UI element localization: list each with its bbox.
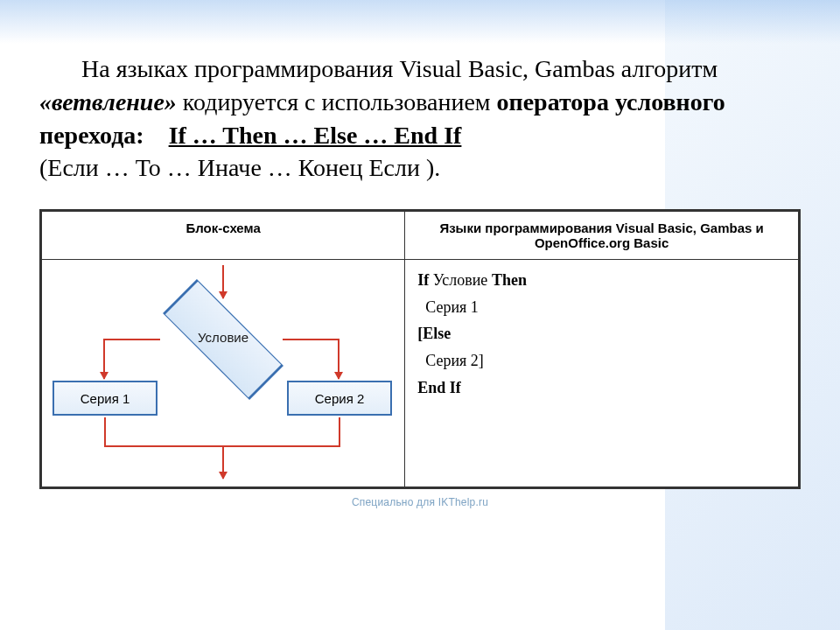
code-condition: Условие bbox=[429, 271, 492, 289]
flowchart-diagram: Условие Серия 1 Серия 2 bbox=[42, 260, 404, 486]
process-box-right: Серия 2 bbox=[287, 381, 392, 416]
table-header-languages: Языки программирования Visual Basic, Gam… bbox=[405, 212, 799, 260]
term-branching: «ветвление» bbox=[39, 88, 177, 116]
line-left-down bbox=[104, 417, 106, 445]
arrow-to-right-box bbox=[338, 339, 340, 379]
code-line-3: [Else bbox=[417, 320, 786, 347]
text-lead: На языках программирования Visual Basic,… bbox=[81, 55, 718, 82]
code-line-4: Серия 2] bbox=[417, 347, 786, 374]
decision-diamond: Условие bbox=[158, 309, 289, 370]
text-after-term: кодируется с использованием bbox=[177, 88, 497, 116]
line-right-h bbox=[283, 339, 340, 340]
translation-text: (Если … То … Иначе … Конец Если ). bbox=[39, 154, 440, 181]
arrow-to-left-box bbox=[103, 339, 105, 379]
kw-else: [Else bbox=[417, 325, 451, 342]
credit-text: Специально для IKThelp.ru bbox=[0, 496, 840, 508]
code-cell: If Условие Then Серия 1 [Else Серия 2] E… bbox=[405, 260, 799, 487]
process-box-left: Серия 1 bbox=[52, 381, 158, 416]
operator-syntax: If … Then … Else … End If bbox=[169, 122, 462, 149]
kw-end-if: If bbox=[445, 379, 461, 396]
branch-left-label: Серия 1 bbox=[80, 391, 130, 406]
kw-then: Then bbox=[492, 271, 527, 289]
code-line-1: If Условие Then bbox=[417, 267, 786, 294]
code-line-2: Серия 1 bbox=[417, 294, 786, 321]
kw-end: End bbox=[417, 379, 445, 396]
intro-paragraph: На языках программирования Visual Basic,… bbox=[39, 52, 801, 185]
flowchart-cell: Условие Серия 1 Серия 2 bbox=[42, 260, 405, 487]
condition-label: Условие bbox=[158, 330, 289, 345]
arrow-exit bbox=[222, 445, 224, 479]
comparison-table: Блок-схема Языки программирования Visual… bbox=[39, 209, 801, 489]
branch-right-label: Серия 2 bbox=[315, 391, 365, 406]
slide-content: На языках программирования Visual Basic,… bbox=[0, 0, 840, 507]
code-line-5: End If bbox=[417, 374, 786, 402]
line-left-h bbox=[103, 339, 160, 340]
line-right-down bbox=[339, 417, 340, 445]
arrow-entry bbox=[222, 265, 224, 298]
table-header-flowchart: Блок-схема bbox=[42, 212, 405, 260]
kw-if: If bbox=[417, 271, 429, 289]
